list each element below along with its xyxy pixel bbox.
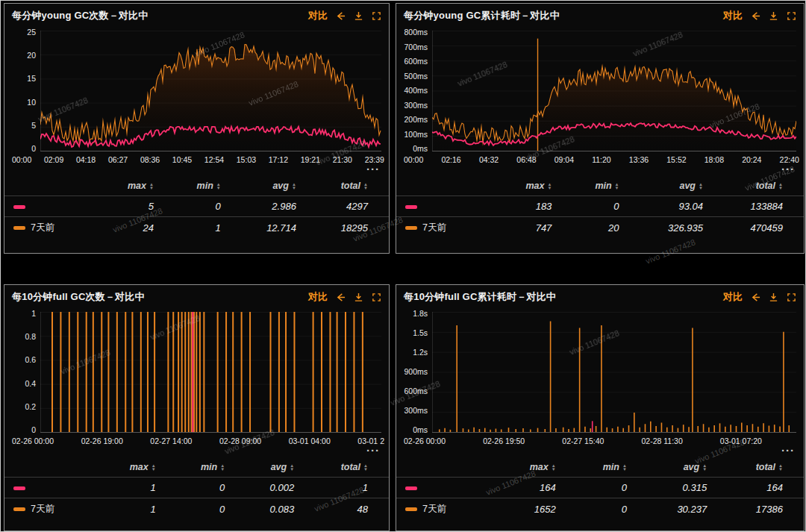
sort-icon: ▲▼: [363, 464, 368, 472]
stat-value: 164: [502, 478, 577, 498]
compare-button[interactable]: 对比: [308, 290, 328, 304]
sort-down-icon: ▼: [547, 187, 552, 190]
series-legend[interactable]: 7天前: [4, 498, 104, 521]
stat-value: 4297: [317, 196, 389, 217]
sort-header-min[interactable]: min▲▼: [177, 457, 246, 478]
chart-canvas: [432, 309, 796, 434]
x-tick-label: 11:20: [592, 155, 611, 164]
sort-header-max[interactable]: max▲▼: [502, 457, 577, 478]
series-legend[interactable]: 7天前: [4, 217, 104, 240]
sort-down-icon: ▼: [151, 468, 156, 472]
panel-header: 每分钟young GC累计耗时－对比中 对比: [396, 4, 804, 25]
plot-area[interactable]: [40, 28, 381, 153]
sort-icon: ▲▼: [220, 464, 225, 472]
y-tick-label: 300ms: [404, 101, 428, 110]
sort-down-icon: ▼: [702, 468, 707, 472]
stats-table: max▲▼min▲▼avg▲▼total▲▼183093.041338847天前…: [396, 175, 804, 239]
x-tick-label: 20:24: [742, 155, 761, 164]
legend-swatch-icon: [13, 507, 25, 511]
sort-header-min[interactable]: min▲▼: [572, 175, 640, 196]
y-tick-label: 0.8: [25, 332, 36, 341]
y-tick-label: 600ms: [404, 387, 428, 395]
y-tick-label: 25: [27, 28, 36, 37]
stat-value: 30.237: [648, 498, 728, 521]
fullscreen-icon[interactable]: [372, 292, 381, 302]
y-tick-label: 5: [31, 121, 36, 130]
y-tick-label: 0ms: [413, 425, 428, 434]
sort-header-max[interactable]: max▲▼: [502, 175, 572, 196]
more-options-button[interactable]: ···: [396, 445, 804, 454]
sort-header-min[interactable]: min▲▼: [577, 457, 648, 478]
sort-header-total[interactable]: total▲▼: [315, 457, 389, 478]
x-tick-label: 19:21: [301, 155, 320, 164]
download-icon[interactable]: [354, 292, 363, 302]
sort-icon: ▲▼: [149, 183, 154, 190]
legend-column-header: [4, 457, 104, 478]
series-legend[interactable]: 7天前: [396, 498, 502, 521]
sort-header-avg[interactable]: avg▲▼: [242, 175, 317, 196]
sort-header-avg[interactable]: avg▲▼: [648, 457, 728, 478]
stat-value: 326.935: [640, 217, 724, 240]
stat-value: 0: [175, 196, 242, 217]
sort-down-icon: ▼: [778, 187, 783, 190]
stat-value: 470459: [724, 217, 804, 240]
sort-header-max[interactable]: max▲▼: [104, 457, 177, 478]
chart-area: 2520151050: [4, 25, 389, 153]
back-arrow-icon[interactable]: [751, 292, 760, 302]
sort-header-total[interactable]: total▲▼: [317, 175, 389, 196]
plot-area[interactable]: [40, 309, 381, 434]
compare-button[interactable]: 对比: [308, 9, 328, 22]
x-tick-label: 17:12: [269, 155, 288, 164]
x-tick-label: 06:27: [108, 155, 128, 164]
compare-button[interactable]: 对比: [723, 290, 743, 304]
plot-area[interactable]: [432, 28, 796, 153]
series-legend[interactable]: [396, 478, 502, 498]
download-icon[interactable]: [769, 11, 778, 21]
back-arrow-icon[interactable]: [336, 11, 346, 21]
more-options-button[interactable]: ···: [396, 164, 804, 173]
sort-icon: ▲▼: [363, 183, 368, 190]
sort-header-min[interactable]: min▲▼: [175, 175, 242, 196]
plot-area[interactable]: [432, 309, 796, 434]
back-arrow-icon[interactable]: [336, 292, 346, 302]
y-axis-labels: 2520151050: [7, 28, 40, 153]
download-icon[interactable]: [354, 11, 363, 21]
series-legend[interactable]: [4, 478, 104, 498]
sort-icon: ▲▼: [552, 464, 556, 472]
y-tick-label: 600ms: [404, 57, 428, 66]
sort-icon: ▲▼: [292, 183, 296, 190]
stat-value: 12.714: [242, 217, 317, 240]
panel-title: 每10分钟full GC次数－对比中: [12, 290, 145, 304]
x-tick-label: 15:52: [666, 155, 686, 164]
sort-header-total[interactable]: total▲▼: [728, 457, 804, 478]
sort-header-avg[interactable]: avg▲▼: [246, 457, 315, 478]
fullscreen-icon[interactable]: [787, 11, 796, 21]
more-options-button[interactable]: ···: [4, 164, 389, 173]
stats-row: 183093.04133884: [396, 196, 804, 217]
back-arrow-icon[interactable]: [751, 11, 760, 21]
series-legend[interactable]: 7天前: [396, 217, 502, 240]
fullscreen-icon[interactable]: [787, 292, 796, 302]
sort-down-icon: ▼: [699, 187, 703, 190]
series-legend[interactable]: [4, 196, 104, 217]
compare-button[interactable]: 对比: [723, 9, 743, 22]
more-options-button[interactable]: ···: [4, 445, 389, 454]
sort-icon: ▲▼: [699, 183, 703, 190]
sort-down-icon: ▼: [220, 468, 225, 472]
x-tick-label: 02-26 19:00: [81, 436, 123, 445]
sort-header-avg[interactable]: avg▲▼: [640, 175, 724, 196]
stat-value: 0.002: [246, 478, 315, 498]
sort-down-icon: ▼: [216, 187, 221, 190]
stats-header-row: max▲▼min▲▼avg▲▼total▲▼: [396, 175, 804, 196]
x-tick-label: 00:00: [12, 155, 31, 164]
panel-young-gc-count: 每分钟young GC次数－对比中 对比 2520151050 00:0002:…: [4, 3, 390, 254]
download-icon[interactable]: [769, 292, 778, 302]
stat-value: 747: [502, 217, 572, 240]
fullscreen-icon[interactable]: [372, 11, 381, 21]
sort-header-max[interactable]: max▲▼: [104, 175, 175, 196]
sort-header-total[interactable]: total▲▼: [724, 175, 804, 196]
y-tick-label: 900ms: [404, 367, 428, 376]
x-tick-label: 02-26 00:00: [404, 436, 446, 445]
stat-value: 5: [104, 196, 175, 217]
series-legend[interactable]: [396, 196, 502, 217]
